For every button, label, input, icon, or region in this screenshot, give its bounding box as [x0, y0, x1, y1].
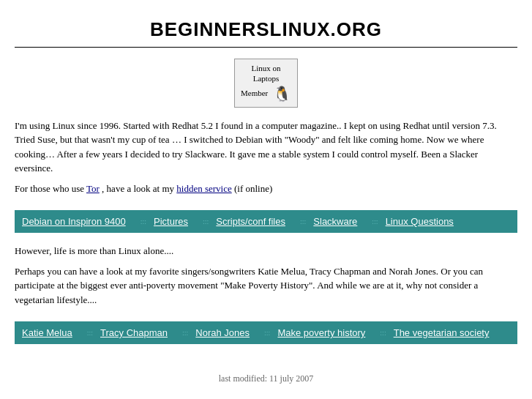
footer: last modified: 11 july 2007 — [15, 366, 517, 384]
nav-norah-jones[interactable]: Norah Jones — [195, 327, 250, 338]
nav-debian-inspiron[interactable]: Debian on Inspiron 9400 — [22, 216, 126, 227]
nav-make-poverty-history[interactable]: Make poverty history — [277, 327, 365, 338]
life-line1: However, life is more than Linux alone..… — [15, 244, 517, 258]
nav-scripts[interactable]: Scripts/conf files — [216, 216, 285, 227]
nav-sep-4: ::: — [372, 217, 378, 225]
nav-linux-questions[interactable]: Linux Questions — [386, 216, 454, 227]
nav-vegetarian-society[interactable]: The vegetarian society — [394, 327, 490, 338]
logo-line1: Linux on — [251, 64, 280, 72]
life-line2: Perhaps you can have a look at my favori… — [15, 264, 517, 307]
tor-link[interactable]: Tor — [86, 183, 100, 194]
intro-paragraph2: For those who use Tor , have a look at m… — [15, 182, 517, 196]
logo-area: Linux on Laptops Member 🐧 — [15, 59, 517, 108]
nav-sep-2: ::: — [203, 217, 209, 225]
nav-bar-life: Katie Melua ::: Tracy Chapman ::: Norah … — [15, 321, 517, 344]
penguin-icon: 🐧 — [273, 84, 291, 103]
logo-line3: Member — [241, 88, 268, 97]
nav-slackware[interactable]: Slackware — [313, 216, 357, 227]
nav2-sep-1: ::: — [87, 329, 93, 337]
logo-box: Linux on Laptops Member 🐧 — [234, 59, 298, 108]
footer-text: last modified: 11 july 2007 — [219, 373, 314, 384]
nav2-sep-3: ::: — [264, 329, 270, 337]
intro-paragraph1: I'm using Linux since 1996. Started with… — [15, 119, 517, 176]
nav-sep-1: ::: — [141, 217, 146, 225]
nav-pictures[interactable]: Pictures — [154, 216, 188, 227]
hidden-service-link[interactable]: hidden service — [176, 183, 231, 194]
nav-bar-linux: Debian on Inspiron 9400 ::: Pictures :::… — [15, 210, 517, 233]
nav-katie-melua[interactable]: Katie Melua — [22, 327, 72, 338]
title-divider — [15, 47, 517, 48]
nav2-sep-2: ::: — [182, 329, 188, 337]
site-title: BEGINNERSLINUX.ORG — [15, 7, 517, 47]
logo-line2: Laptops — [253, 74, 279, 83]
nav-sep-3: ::: — [300, 217, 306, 225]
nav-tracy-chapman[interactable]: Tracy Chapman — [100, 327, 168, 338]
nav2-sep-4: ::: — [380, 329, 386, 337]
